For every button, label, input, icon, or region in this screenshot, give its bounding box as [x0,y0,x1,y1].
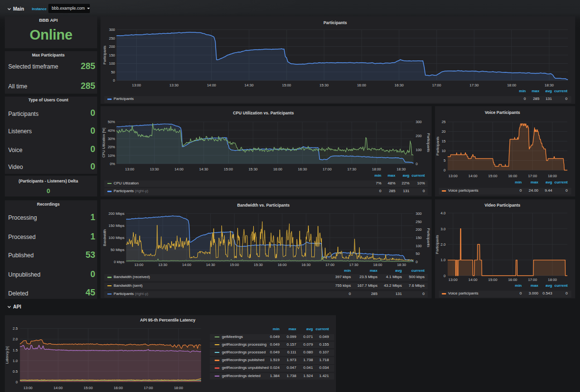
svg-text:13:30: 13:30 [170,83,179,87]
svg-text:14:30: 14:30 [245,83,254,87]
svg-text:18:00: 18:00 [174,386,183,390]
svg-text:1.0: 1.0 [441,258,446,262]
svg-text:300: 300 [416,120,422,124]
svg-text:15:00: 15:00 [84,386,93,390]
svg-text:16:00: 16:00 [357,83,366,87]
svg-text:14:00: 14:00 [468,277,478,281]
svg-text:15:00: 15:00 [230,262,239,266]
svg-text:100 Mbps: 100 Mbps [109,236,125,240]
svg-text:0 kbps: 0 kbps [114,260,124,264]
svg-text:20%: 20% [108,145,115,149]
svg-text:15:00: 15:00 [488,277,497,281]
svg-text:150: 150 [109,53,115,57]
svg-text:18:00: 18:00 [507,83,516,87]
svg-text:13:00: 13:00 [134,262,144,266]
svg-text:17:30: 17:30 [347,167,356,171]
svg-text:18:00: 18:00 [373,262,382,266]
svg-text:14:00: 14:00 [468,173,478,178]
svg-text:0: 0 [416,162,418,166]
svg-text:3.0: 3.0 [441,226,446,231]
svg-text:10%: 10% [108,153,115,157]
svg-text:13:30: 13:30 [158,262,167,266]
svg-text:250: 250 [416,219,422,224]
svg-text:150: 150 [416,236,422,240]
svg-text:30%: 30% [108,136,115,140]
svg-text:14:00: 14:00 [174,167,184,171]
svg-text:0: 0 [444,168,446,172]
svg-text:100: 100 [416,243,422,248]
svg-text:18:30: 18:30 [397,167,406,171]
svg-text:16:00: 16:00 [273,167,282,171]
svg-text:17:00: 17:00 [432,83,441,87]
svg-text:100: 100 [109,61,115,66]
svg-text:100: 100 [416,148,422,152]
svg-text:16:30: 16:30 [298,167,307,171]
svg-text:0.5: 0.5 [13,369,17,373]
svg-text:15:30: 15:30 [319,83,329,87]
svg-text:14:00: 14:00 [54,386,63,390]
svg-text:50: 50 [416,252,420,256]
svg-text:200 Mbps: 200 Mbps [109,211,125,216]
svg-text:150 Mbps: 150 Mbps [109,224,125,228]
svg-text:Participants: Participants [426,228,431,247]
svg-text:Latency [s]: Latency [s] [5,346,10,364]
svg-text:10: 10 [442,149,446,153]
svg-text:200: 200 [109,44,115,49]
svg-text:2.0: 2.0 [13,337,17,341]
svg-text:15:00: 15:00 [488,173,497,178]
svg-text:25: 25 [442,120,446,124]
svg-text:15:30: 15:30 [254,262,263,266]
svg-text:0: 0 [416,260,418,264]
svg-text:15:00: 15:00 [224,167,233,171]
svg-text:13:00: 13:00 [132,83,141,87]
svg-text:200: 200 [416,227,422,232]
svg-text:5: 5 [444,158,446,163]
svg-text:300: 300 [109,28,115,32]
svg-text:18:30: 18:30 [397,262,406,266]
svg-text:Bandwidth: Bandwidth [102,229,107,246]
svg-text:13:00: 13:00 [449,173,458,178]
svg-text:1.5: 1.5 [13,348,17,352]
svg-text:0%: 0% [110,162,115,166]
svg-text:15:30: 15:30 [248,167,258,171]
svg-text:0: 0 [16,380,18,384]
svg-text:16:00: 16:00 [508,173,517,178]
svg-text:1.0: 1.0 [13,358,17,363]
svg-text:16:00: 16:00 [277,262,287,266]
svg-text:17:00: 17:00 [325,262,334,266]
svg-text:13:00: 13:00 [24,386,33,390]
svg-text:15: 15 [442,139,446,143]
svg-text:18:30: 18:30 [545,83,554,87]
svg-text:18:00: 18:00 [548,277,557,281]
svg-text:13:00: 13:00 [449,277,458,281]
svg-text:Participants: Participants [435,235,440,253]
svg-text:18:00: 18:00 [372,167,381,171]
svg-text:4.0: 4.0 [441,211,446,215]
svg-text:Participants: Participants [102,45,107,64]
svg-text:17:00: 17:00 [322,167,332,171]
svg-text:16:30: 16:30 [394,83,404,87]
svg-text:17:30: 17:30 [470,83,479,87]
svg-text:50 Mbps: 50 Mbps [111,248,125,252]
svg-text:18:00: 18:00 [548,173,557,178]
svg-text:0: 0 [444,273,446,278]
svg-text:Participants: Participants [426,133,431,152]
svg-text:Participants: Participants [435,136,440,155]
svg-text:250: 250 [109,36,115,41]
svg-text:14:30: 14:30 [199,167,208,171]
svg-text:15:00: 15:00 [282,83,291,87]
svg-text:16:30: 16:30 [302,262,311,266]
svg-text:40%: 40% [108,128,115,132]
svg-text:14:00: 14:00 [207,83,216,87]
svg-text:17:00: 17:00 [528,173,537,178]
svg-text:13:00: 13:00 [125,167,134,171]
svg-text:300: 300 [416,211,422,216]
svg-text:17:00: 17:00 [528,277,537,281]
svg-text:CPU Utlization [%]: CPU Utlization [%] [102,127,106,157]
svg-text:20: 20 [442,129,446,134]
svg-text:0: 0 [113,78,115,83]
svg-text:16:00: 16:00 [508,277,517,281]
svg-text:50: 50 [111,70,115,74]
svg-text:14:00: 14:00 [182,262,191,266]
svg-text:50%: 50% [108,120,115,124]
